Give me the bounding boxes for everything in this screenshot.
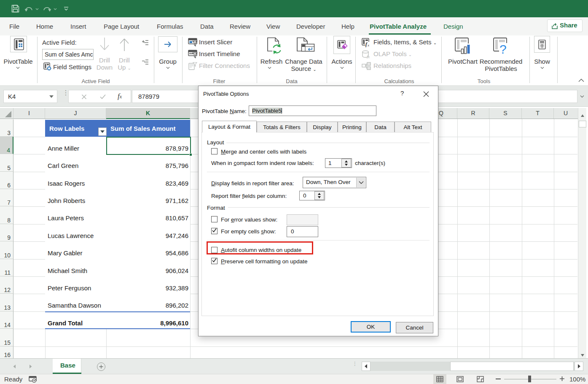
svg-text:?: ? bbox=[499, 42, 507, 55]
svg-text:fx: fx bbox=[367, 54, 370, 59]
svg-text:x: x bbox=[367, 43, 369, 47]
